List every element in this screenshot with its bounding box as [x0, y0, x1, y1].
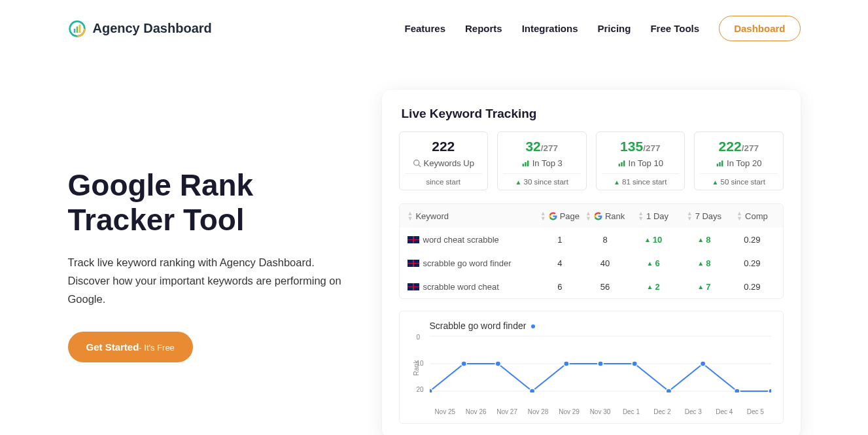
svg-point-29: [768, 389, 771, 392]
hero-section: Google Rank Tracker Tool Track live keyw…: [68, 90, 801, 435]
chart-legend-dot-icon: [531, 324, 535, 328]
stat-total: /277: [643, 143, 660, 153]
table-header: ▲▼Keyword▲▼ Page▲▼ Rank▲▼1 Day▲▼7 Days▲▼…: [400, 204, 783, 228]
nav-features[interactable]: Features: [404, 23, 445, 34]
svg-point-20: [461, 361, 466, 366]
chart-title: Scrabble go word finder: [430, 321, 771, 331]
stat-value: 222: [432, 139, 455, 154]
flag-au-icon: [408, 236, 419, 243]
table-col-header[interactable]: ▲▼ Page: [537, 211, 582, 221]
stat-card: 135/277In Top 10▲81 since start: [596, 131, 686, 190]
chart-ytick: 20: [417, 386, 424, 393]
stat-value: 135: [620, 139, 643, 154]
stat-value: 32: [525, 139, 540, 154]
dashboard-title: Live Keyword Tracking: [402, 107, 784, 121]
flag-au-icon: [408, 283, 419, 290]
chart-x-ticks: Nov 25Nov 26Nov 27Nov 28Nov 29Nov 30Dec …: [430, 408, 771, 415]
bars-icon: [617, 159, 626, 167]
d7-cell: ▲7: [679, 281, 730, 292]
d1-cell: ▲6: [628, 258, 679, 268]
table-col-header[interactable]: ▲▼Comp: [729, 211, 774, 221]
rank-cell: 56: [583, 282, 628, 292]
hero-description: Track live keyword ranking with Agency D…: [68, 253, 343, 308]
svg-point-25: [632, 361, 637, 366]
d1-cell: ▲10: [628, 234, 679, 245]
svg-point-23: [563, 361, 568, 366]
nav-free-tools[interactable]: Free Tools: [650, 23, 699, 34]
comp-cell: 0.29: [729, 282, 774, 292]
chart-xtick: Nov 30: [585, 408, 616, 415]
stat-card: 222Keywords Upsince start: [399, 131, 489, 190]
col-label: 7 Days: [695, 211, 721, 221]
svg-point-21: [495, 361, 500, 366]
svg-rect-14: [719, 162, 720, 167]
svg-rect-8: [525, 162, 526, 167]
cta-main-text: Get Started: [86, 341, 139, 353]
rank-cell: 40: [583, 258, 628, 268]
arrow-up-icon: ▲: [614, 179, 620, 186]
nav-integrations[interactable]: Integrations: [522, 23, 578, 34]
logo-icon: [68, 20, 86, 38]
col-label: Keyword: [415, 211, 449, 221]
chart-ytick: 0: [417, 334, 421, 341]
brand-name: Agency Dashboard: [93, 21, 212, 36]
svg-point-19: [430, 389, 432, 392]
hero-title: Google Rank Tracker Tool: [68, 168, 356, 237]
keyword-table: ▲▼Keyword▲▼ Page▲▼ Rank▲▼1 Day▲▼7 Days▲▼…: [399, 203, 784, 299]
chart-area: Rank 0 10 20: [411, 335, 771, 407]
svg-point-24: [597, 361, 602, 366]
arrow-up-icon: ▲: [697, 236, 704, 243]
nav-reports[interactable]: Reports: [465, 23, 502, 34]
svg-point-5: [413, 160, 419, 165]
arrow-up-icon: ▲: [647, 283, 653, 290]
chart-xtick: Nov 29: [553, 408, 584, 415]
table-col-header[interactable]: ▲▼Keyword: [408, 211, 538, 221]
col-label: Comp: [745, 211, 768, 221]
stat-label: In Top 3: [532, 158, 563, 168]
stat-card: 222/277In Top 20▲50 since start: [694, 131, 784, 190]
nav-pricing[interactable]: Pricing: [598, 23, 631, 34]
arrow-up-icon: ▲: [712, 179, 719, 186]
cta-sub-text: - It's Free: [139, 343, 175, 353]
sort-icon: ▲▼: [687, 211, 693, 221]
svg-point-28: [734, 389, 739, 392]
arrow-up-icon: ▲: [647, 260, 653, 267]
brand-logo[interactable]: Agency Dashboard: [68, 20, 212, 38]
chart-ytick: 10: [417, 360, 424, 367]
flag-au-icon: [408, 260, 419, 267]
table-col-header[interactable]: ▲▼1 Day: [628, 211, 679, 221]
sort-icon: ▲▼: [540, 211, 546, 221]
google-icon: [594, 212, 602, 220]
table-col-header[interactable]: ▲▼7 Days: [679, 211, 730, 221]
stat-label: Keywords Up: [424, 158, 474, 168]
page-cell: 1: [537, 235, 582, 245]
bars-icon: [716, 159, 724, 167]
d7-cell: ▲8: [679, 234, 730, 245]
d7-cell: ▲8: [679, 258, 730, 268]
sort-icon: ▲▼: [585, 211, 591, 221]
magnifier-icon: [413, 159, 421, 167]
svg-rect-12: [623, 160, 625, 166]
chart-title-text: Scrabble go word finder: [430, 321, 527, 331]
col-label: Page: [560, 211, 580, 221]
table-row: scrabble go word finder440▲6▲80.29: [400, 251, 783, 275]
svg-point-26: [666, 389, 671, 392]
nav-links: Features Reports Integrations Pricing Fr…: [404, 16, 800, 41]
stat-value: 222: [719, 139, 742, 154]
stat-footer: ▲81 since start: [602, 173, 680, 190]
get-started-button[interactable]: Get Started- It's Free: [68, 332, 193, 362]
chart-xtick: Nov 26: [460, 408, 491, 415]
stats-row: 222Keywords Upsince start32/277In Top 3▲…: [399, 131, 784, 190]
d1-cell: ▲2: [628, 281, 679, 292]
svg-line-6: [419, 165, 421, 167]
col-label: 1 Day: [646, 211, 668, 221]
stat-label: In Top 20: [727, 158, 761, 168]
sort-icon: ▲▼: [408, 211, 413, 221]
dashboard-preview-card: Live Keyword Tracking 222Keywords Upsinc…: [382, 90, 801, 435]
table-col-header[interactable]: ▲▼ Rank: [583, 211, 628, 221]
dashboard-button[interactable]: Dashboard: [719, 16, 800, 41]
comp-cell: 0.29: [729, 235, 774, 245]
google-icon: [549, 212, 557, 220]
chart-xtick: Dec 4: [709, 408, 740, 415]
svg-rect-3: [76, 26, 78, 33]
